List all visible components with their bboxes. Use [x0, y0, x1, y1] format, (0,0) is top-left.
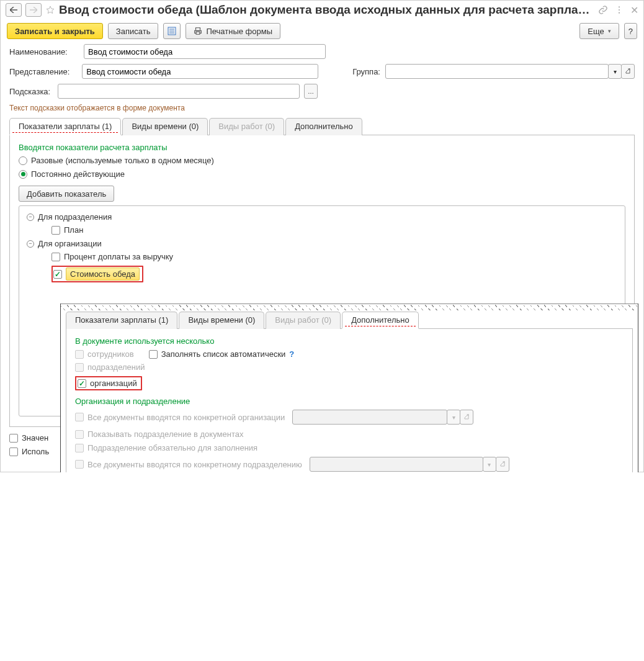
tree-node-department[interactable]: − Для подразделения [27, 212, 617, 222]
tab-time-types[interactable]: Виды времени (0) [122, 118, 208, 135]
group-open-button[interactable] [621, 64, 635, 79]
repr-label: Представление: [9, 67, 77, 76]
ck-docs-by-org: Все документы вводятся по конкретной орг… [75, 413, 285, 422]
org-dropdown-button: ▾ [447, 410, 460, 425]
tree-item-cost-highlighted: Стоимость обеда [51, 266, 143, 282]
help-question-icon[interactable]: ? [289, 349, 294, 359]
radio-permanent[interactable]: Постоянно действующие [19, 169, 625, 179]
dept-select-field [310, 457, 483, 472]
name-field[interactable] [84, 44, 326, 59]
ck-organizations-label: организаций [90, 379, 137, 388]
save-button[interactable]: Записать [108, 23, 159, 39]
checkbox-icon[interactable] [51, 226, 60, 235]
print-forms-button[interactable]: Печатные формы [186, 23, 280, 39]
save-and-close-button[interactable]: Записать и закрыть [7, 23, 103, 39]
ck-employees-label: сотрудников [87, 349, 134, 359]
add-indicator-button[interactable]: Добавить показатель [19, 186, 114, 202]
ck-organizations-highlighted: организаций [75, 376, 142, 390]
checkbox-icon [75, 363, 84, 372]
checkbox-icon[interactable] [51, 253, 60, 261]
org-select-field [292, 410, 447, 425]
tree-item-label[interactable]: Стоимость обеда [66, 268, 140, 281]
link-icon[interactable] [598, 5, 608, 15]
checkbox-icon [75, 430, 84, 439]
ck-docs-by-org-label: Все документы вводятся по конкретной орг… [87, 413, 285, 422]
ck-employees: сотрудников [75, 349, 134, 359]
tree-item-plan[interactable]: План [51, 225, 617, 235]
truncated-label: Значен [22, 433, 48, 443]
checkbox-icon [75, 444, 84, 452]
dept-dropdown-button: ▾ [483, 457, 496, 472]
repr-field[interactable] [82, 64, 318, 79]
radio-single[interactable]: Разовые (используемые только в одном мес… [19, 156, 625, 165]
tree-item-percent[interactable]: Процент доплаты за выручку [51, 252, 617, 261]
hint-field[interactable] [58, 84, 300, 99]
ck-dept-required-label: Подразделение обязательно для заполнения [87, 443, 257, 452]
kebab-menu-icon[interactable] [614, 5, 624, 15]
checkbox-icon [75, 350, 84, 359]
radio-permanent-label: Постоянно действующие [31, 169, 125, 179]
radio-single-label: Разовые (используемые только в одном мес… [31, 156, 214, 165]
favorite-star-icon[interactable] [45, 5, 55, 15]
overlay-heading-multiple: В документе используется несколько [75, 336, 624, 346]
tree-node-organization[interactable]: − Для организации [27, 239, 617, 248]
indicators-heading: Вводятся показатели расчета зарплаты [19, 143, 625, 152]
checkbox-icon[interactable] [9, 434, 18, 443]
tab-indicators[interactable]: Показатели зарплаты (1) [66, 312, 177, 329]
ck-docs-by-dept-label: Все документы вводятся по конкретному по… [87, 460, 302, 469]
ck-departments: подразделений [75, 362, 624, 372]
print-forms-label: Печатные формы [206, 27, 272, 36]
main-tabstrip: Показатели зарплаты (1) Виды времени (0)… [9, 117, 635, 135]
nav-back-button[interactable] [6, 3, 22, 17]
checkbox-icon[interactable] [9, 447, 18, 456]
name-label: Наименование: [9, 47, 79, 56]
window-title: Ввод стоимости обеда (Шаблон документа в… [59, 3, 594, 17]
hint-label: Подсказка: [9, 87, 53, 96]
tree-item-label: План [64, 225, 83, 235]
overlay-tabpane: В документе используется несколько сотру… [66, 329, 633, 472]
checkbox-icon[interactable] [78, 379, 86, 388]
tree-collapse-icon[interactable]: − [27, 214, 34, 221]
tree-node-label: Для организации [38, 239, 102, 248]
tab-time-types[interactable]: Виды времени (0) [179, 312, 264, 329]
tree-collapse-icon[interactable]: − [27, 240, 34, 248]
more-button[interactable]: Еще [579, 23, 619, 39]
list-view-button[interactable] [163, 23, 181, 39]
group-field[interactable] [385, 64, 609, 79]
tab-work-types: Виды работ (0) [266, 312, 341, 329]
tab-additional[interactable]: Дополнительно [342, 312, 419, 329]
checkbox-icon [75, 460, 84, 469]
tab-work-types: Виды работ (0) [209, 118, 284, 135]
group-dropdown-button[interactable]: ▾ [608, 64, 622, 79]
radio-icon [19, 156, 27, 165]
overlay-tabstrip: Показатели зарплаты (1) Виды времени (0)… [66, 311, 633, 329]
close-icon[interactable]: ✕ [630, 4, 638, 16]
ck-auto-fill-label: Заполнять список автоматически [161, 349, 286, 359]
torn-edge-decoration [61, 304, 638, 311]
nav-forward-button[interactable] [25, 3, 42, 17]
svg-point-2 [619, 12, 620, 14]
help-button[interactable]: ? [624, 23, 637, 39]
tab-additional[interactable]: Дополнительно [285, 118, 362, 135]
checkbox-icon[interactable] [53, 270, 62, 279]
org-open-button [460, 410, 473, 425]
checkbox-icon[interactable] [149, 350, 158, 359]
truncated-label: Исполь [22, 447, 49, 456]
svg-point-0 [619, 6, 620, 7]
ck-departments-label: подразделений [87, 362, 145, 372]
hint-more-button[interactable]: … [304, 84, 318, 99]
overlay-heading-org-dept: Организация и подразделение [75, 397, 624, 406]
tree-item-label: Процент доплаты за выручку [64, 252, 173, 261]
tree-node-label: Для подразделения [38, 212, 112, 222]
ck-docs-by-dept: Все документы вводятся по конкретному по… [75, 460, 302, 469]
ck-show-dept-label: Показывать подразделение в документах [87, 429, 243, 439]
tab-indicators[interactable]: Показатели зарплаты (1) [9, 118, 121, 135]
group-label: Группа: [352, 67, 380, 76]
svg-point-1 [619, 9, 620, 11]
hint-note: Текст подсказки отображается в форме док… [9, 104, 635, 112]
ck-auto-fill[interactable]: Заполнять список автоматически ? [149, 349, 295, 359]
radio-icon [19, 170, 27, 179]
ck-show-dept: Показывать подразделение в документах [75, 429, 624, 439]
dept-open-button [496, 457, 509, 472]
ck-dept-required: Подразделение обязательно для заполнения [75, 443, 624, 452]
